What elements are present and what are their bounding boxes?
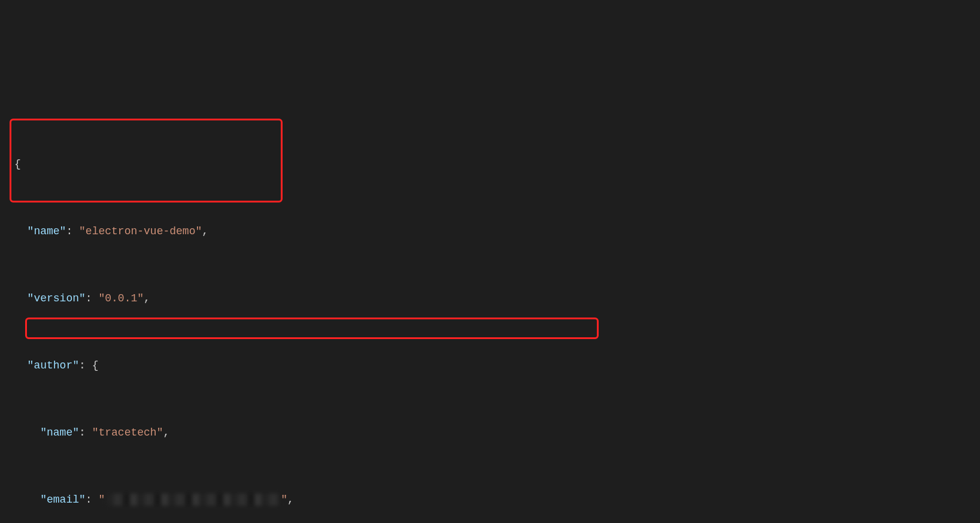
code-line[interactable]: "name": "electron-vue-demo", bbox=[10, 223, 980, 240]
code-line[interactable]: "name": "tracetech", bbox=[10, 424, 980, 441]
json-key: "email" bbox=[40, 494, 86, 506]
json-string: "0.0.1" bbox=[98, 292, 144, 304]
brace-open: { bbox=[14, 158, 21, 170]
json-string: "tracetech" bbox=[92, 427, 163, 439]
code-line[interactable]: "author": { bbox=[10, 357, 980, 374]
code-line[interactable]: "email": "", bbox=[10, 491, 980, 508]
json-key: "name" bbox=[40, 427, 79, 439]
json-key: "author" bbox=[28, 359, 79, 371]
code-line[interactable]: "version": "0.0.1", bbox=[10, 290, 980, 307]
json-key: "name" bbox=[28, 225, 66, 237]
highlight-box-build-linux bbox=[25, 318, 599, 339]
code-editor[interactable]: { "name": "electron-vue-demo", "version"… bbox=[0, 67, 980, 523]
json-key: "version" bbox=[28, 292, 86, 304]
redacted-email bbox=[106, 494, 280, 506]
code-line[interactable]: { bbox=[10, 156, 980, 173]
json-string: "electron-vue-demo" bbox=[79, 225, 202, 237]
